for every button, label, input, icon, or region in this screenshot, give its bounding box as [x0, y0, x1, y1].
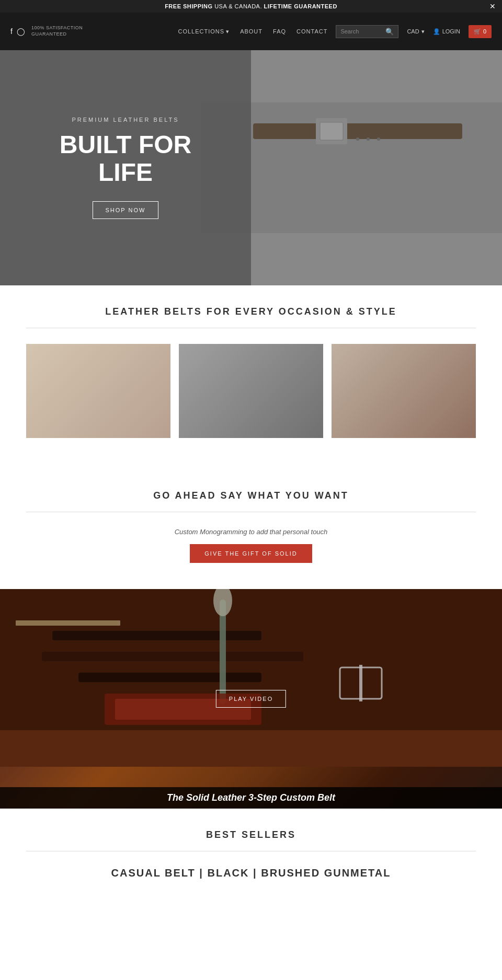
chevron-down-icon: ▾ [226, 28, 230, 35]
hero-cta-button[interactable]: SHOP NOW [93, 201, 159, 219]
cart-icon: 🛒 [474, 28, 481, 35]
main-nav: COLLECTIONS ▾ ABOUT FAQ CONTACT [178, 28, 327, 35]
best-sellers-section: BEST SELLERS CASUAL BELT | BLACK | BRUSH… [0, 809, 502, 900]
social-icons: f ◯ [10, 27, 25, 36]
announcement-bar: FREE SHIPPING USA & CANADA. LIFETIME GUA… [0, 0, 502, 13]
svg-rect-2 [253, 123, 462, 139]
facebook-icon[interactable]: f [10, 27, 13, 36]
svg-rect-9 [52, 631, 261, 640]
close-announcement-button[interactable]: ✕ [489, 2, 496, 10]
collection-item-3[interactable] [332, 344, 476, 438]
svg-rect-4 [320, 122, 343, 140]
collection-item-2[interactable] [179, 344, 323, 438]
hero-overlay: PREMIUM LEATHER BELTS BUILT FOR LIFE SHO… [0, 50, 251, 285]
chevron-down-icon: ▾ [421, 28, 425, 35]
user-icon: 👤 [433, 28, 440, 35]
best-sellers-divider [26, 851, 476, 851]
login-button[interactable]: 👤 LOGIN [433, 28, 460, 35]
nav-faq[interactable]: FAQ [273, 28, 286, 34]
video-overlay-text: The Solid Leather 3-Step Custom Belt [5, 792, 497, 803]
occasions-section: LEATHER BELTS FOR EVERY OCCASION & STYLE [0, 285, 502, 469]
header-right: COLLECTIONS ▾ ABOUT FAQ CONTACT 🔍 CAD ▾ … [178, 25, 492, 38]
hero-section: PREMIUM LEATHER BELTS BUILT FOR LIFE SHO… [0, 50, 502, 285]
currency-selector[interactable]: CAD ▾ [407, 28, 424, 35]
product-title: CASUAL BELT | BLACK | BRUSHED GUNMETAL [10, 867, 492, 879]
svg-rect-18 [359, 665, 362, 701]
collection-item-1[interactable] [26, 344, 170, 438]
search-icon[interactable]: 🔍 [385, 28, 394, 36]
svg-rect-10 [42, 652, 303, 661]
search-input[interactable] [340, 28, 382, 34]
video-overlay: The Solid Leather 3-Step Custom Belt [0, 787, 502, 809]
gift-button[interactable]: GIVE THE GIFT OF SOLID [190, 544, 312, 563]
monogram-section: GO AHEAD SAY WHAT YOU WANT Custom Monogr… [0, 469, 502, 589]
monogram-title: GO AHEAD SAY WHAT YOU WANT [10, 490, 492, 501]
header-left: f ◯ 100% SATISFACTION GUARANTEED [10, 25, 83, 37]
svg-rect-19 [0, 730, 502, 767]
search-box: 🔍 [336, 25, 398, 38]
monogram-subtitle: Custom Monogramming to add that personal… [10, 528, 492, 536]
hero-subtitle: PREMIUM LEATHER BELTS [72, 117, 179, 123]
occasions-title: LEATHER BELTS FOR EVERY OCCASION & STYLE [10, 306, 492, 317]
cart-button[interactable]: 🛒 0 [469, 25, 492, 38]
best-sellers-title: BEST SELLERS [10, 829, 492, 840]
svg-rect-11 [78, 673, 261, 682]
nav-contact[interactable]: CONTACT [296, 28, 327, 34]
collections-grid [10, 344, 492, 448]
nav-about[interactable]: ABOUT [240, 28, 263, 34]
video-section: PLAY VIDEO The Solid Leather 3-Step Cust… [0, 589, 502, 809]
video-bg-decor [0, 589, 502, 767]
satisfaction-text: 100% SATISFACTION GUARANTEED [31, 25, 83, 37]
play-video-button[interactable]: PLAY VIDEO [216, 690, 286, 708]
monogram-divider [26, 512, 476, 512]
section-divider [26, 328, 476, 328]
announcement-text: FREE SHIPPING USA & CANADA. LIFETIME GUA… [165, 3, 337, 9]
hero-title: BUILT FOR LIFE [60, 131, 191, 187]
svg-point-7 [377, 137, 380, 141]
svg-point-5 [356, 137, 359, 141]
site-header: f ◯ 100% SATISFACTION GUARANTEED COLLECT… [0, 13, 502, 50]
svg-rect-14 [16, 620, 120, 626]
instagram-icon[interactable]: ◯ [17, 27, 25, 36]
nav-collections[interactable]: COLLECTIONS ▾ [178, 28, 230, 35]
svg-point-6 [367, 137, 370, 141]
